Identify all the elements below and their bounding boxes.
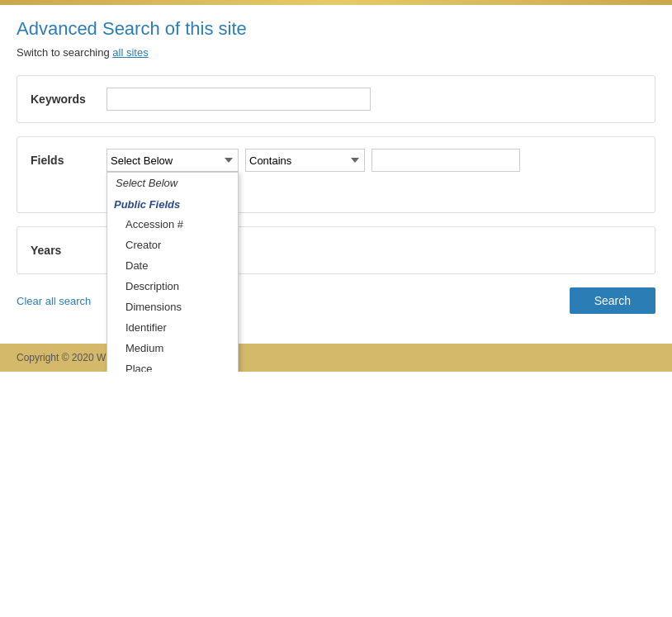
years-label: Years (31, 239, 97, 257)
page-title: Advanced Search of this site (17, 18, 655, 40)
field-select-wrapper: Select Below Select Below Public Fields … (106, 149, 239, 172)
dropdown-description[interactable]: Description (107, 276, 238, 297)
dropdown-place[interactable]: Place (107, 358, 238, 372)
fields-row: Fields Select Below Select Below Public … (31, 149, 641, 201)
fields-section: Fields Select Below Select Below Public … (17, 136, 655, 213)
dropdown-accession[interactable]: Accession # (107, 214, 238, 235)
dropdown-select-below[interactable]: Select Below (107, 173, 238, 193)
dropdown-creator[interactable]: Creator (107, 235, 238, 255)
keywords-section: Keywords (17, 75, 655, 123)
switch-sites-text: Switch to searching all sites (17, 46, 655, 59)
footer-text: Copyright © 2020 W (17, 352, 106, 363)
clear-all-link[interactable]: Clear all search (17, 295, 91, 307)
keywords-row: Keywords (31, 88, 641, 111)
dropdown-header-public: Public Fields (107, 193, 238, 214)
search-button[interactable]: Search (570, 287, 655, 314)
footer: Copyright © 2020 W (0, 344, 672, 372)
dropdown-medium[interactable]: Medium (107, 338, 238, 358)
dropdown-date[interactable]: Date (107, 255, 238, 276)
all-sites-link[interactable]: all sites (112, 46, 148, 59)
keywords-label: Keywords (31, 88, 97, 106)
contains-select[interactable]: Contains Does not contain Is Is not Star… (245, 149, 365, 172)
fields-controls: Select Below Select Below Public Fields … (106, 149, 641, 201)
field-value-input[interactable] (371, 149, 520, 172)
dropdown-identifier[interactable]: Identifier (107, 317, 238, 338)
fields-row1: Select Below Select Below Public Fields … (106, 149, 641, 172)
dropdown-dimensions[interactable]: Dimensions (107, 297, 238, 317)
page-content: Advanced Search of this site Switch to s… (0, 5, 672, 327)
field-select[interactable]: Select Below (106, 149, 239, 172)
dropdown-scroll[interactable]: Select Below Public Fields Accession # C… (107, 173, 238, 372)
field-dropdown-overlay[interactable]: Select Below Public Fields Accession # C… (106, 172, 239, 372)
keywords-input[interactable] (106, 88, 371, 111)
fields-label: Fields (31, 149, 97, 167)
switch-text: Switch to searching (17, 46, 112, 59)
